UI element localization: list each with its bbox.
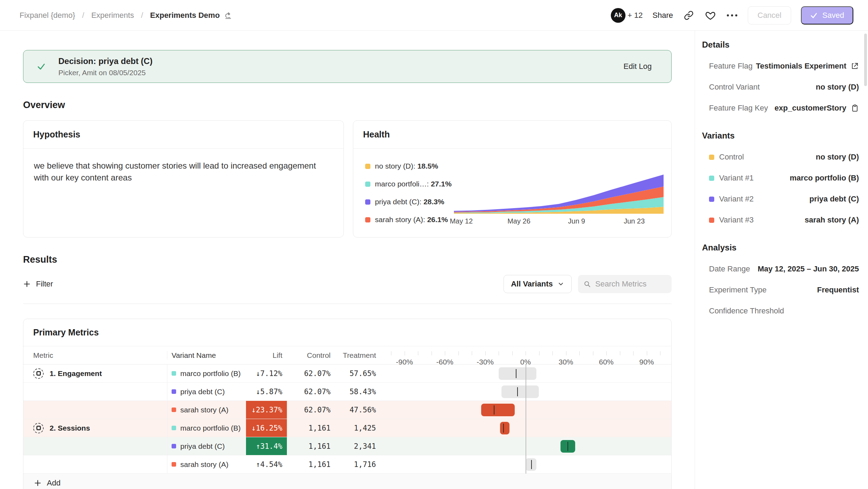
decision-subtitle: Picker, Amit on 08/05/2025 [58,69,152,77]
share-button[interactable]: Share [652,11,673,20]
top-bar: Fixpanel {demo} / Experiments / Experime… [0,0,868,31]
lift-cell: ↓16.25% [246,419,287,437]
variant-row: Variant #1 marco portfolio (B) [702,173,859,183]
search-metrics-input[interactable] [595,279,666,289]
overview-heading: Overview [23,100,672,111]
favorite-heart-icon[interactable] [704,9,716,21]
decision-banner: Decision: priya debt (C) Picker, Amit on… [23,50,672,83]
breadcrumb-current: Experiments Demo [150,11,232,20]
scrollbar-thumb[interactable] [864,34,867,86]
confidence-interval-bar [481,404,515,416]
variant-row: Control no story (D) [702,153,859,162]
lift-marker [567,442,568,451]
main-panel: Decision: priya debt (C) Picker, Amit on… [0,31,695,489]
variant-name: priya debt (C) [180,442,225,451]
x-axis-tick-label: May 12 [450,217,473,225]
ci-axis-tick [579,351,580,355]
hypothesis-card: Hypothesis we believe that showing custo… [23,120,344,238]
treatment-value: 57.65% [332,364,378,382]
variant-cell: marco portfolio (B) [167,419,246,437]
confidence-interval-bar [499,367,536,380]
variant-swatch [709,197,714,202]
control-value: 62.07% [287,383,332,401]
confidence-interval-cell [378,401,671,419]
table-row[interactable]: sarah story (A)↓23.37%62.07%47.56% [23,401,671,419]
saved-button[interactable]: Saved [801,6,853,24]
primary-metrics-card: Primary Metrics Metric Variant Name Lift… [23,319,672,489]
variant-name: sarah story (A) [180,406,229,414]
legend-swatch [365,164,370,169]
table-row[interactable]: 2. Sessionsmarco portfolio (B)↓16.25%1,1… [23,419,671,437]
variants-section: Variants Control no story (D) Variant #1… [702,131,859,225]
ci-axis-tick [512,351,513,355]
cancel-button[interactable]: Cancel [748,6,791,24]
analysis-section: Analysis Date Range May 12, 2025 – Jun 3… [702,243,859,316]
table-row[interactable]: priya debt (C)↑31.4%1,1612,341 [23,437,671,455]
table-row[interactable]: priya debt (C)↓5.87%62.07%58.43% [23,383,671,401]
date-range-row: Date Range May 12, 2025 – Jun 30, 2025 [702,264,859,274]
edit-log-button[interactable]: Edit Log [623,62,652,71]
ci-axis-tick [566,351,566,355]
control-value: 1,161 [287,437,332,455]
lift-cell: ↓7.12% [246,364,287,382]
breadcrumb: Fixpanel {demo} / Experiments / Experime… [20,11,232,20]
add-filter-button[interactable]: Filter [23,279,53,289]
col-treatment: Treatment [332,351,378,360]
breadcrumb-separator: / [82,11,84,20]
search-metrics-box [578,275,672,293]
clipboard-copy-icon[interactable] [851,104,859,112]
results-heading: Results [23,254,672,265]
variant-cell: priya debt (C) [167,437,246,455]
ci-axis-tick [432,351,432,355]
ci-axis-tick [526,351,526,355]
more-options-icon[interactable] [726,9,738,21]
variant-color-dot [172,444,176,448]
chevron-down-icon [557,281,564,288]
variant-color-dot [172,371,176,376]
variant-cell: sarah story (A) [167,455,246,473]
col-variant-name: Variant Name [167,351,246,360]
experiment-type-row: Experiment Type Frequentist [702,285,859,295]
variant-color-dot [172,408,176,412]
breadcrumb-experiments[interactable]: Experiments [91,11,134,20]
metric-cell [23,455,167,473]
ci-axis-tick [485,351,486,355]
collaborators-count[interactable]: + 12 [628,11,643,20]
treatment-value: 47.56% [332,401,378,419]
details-section: Details Feature Flag Testimonials Experi… [702,40,859,113]
breadcrumb-project[interactable]: Fixpanel {demo} [20,11,75,20]
confidence-interval-bar [526,458,536,471]
feature-flag-key-row: Feature Flag Key exp_customerStory [702,104,859,113]
variant-name: marco portfolio (B) [180,369,241,378]
variants-heading: Variants [702,131,859,141]
legend-swatch [365,217,370,222]
confidence-interval-cell [378,419,671,437]
external-link-icon[interactable] [851,62,859,70]
table-row[interactable]: 1. Engagementmarco portfolio (B)↓7.12%62… [23,364,671,383]
legend-swatch [365,199,370,205]
control-value: 1,161 [287,419,332,437]
confidence-interval-cell [378,437,671,455]
metric-name: 1. Engagement [50,369,102,378]
ci-axis-tick [458,351,459,355]
health-chart-x-axis: May 12May 26Jun 9Jun 23 [454,217,664,227]
health-title: Health [353,121,671,149]
variants-dropdown[interactable]: All Variants [504,275,572,293]
variant-cell: priya debt (C) [167,383,246,401]
lift-value: ↓7.12% [256,369,287,378]
table-row[interactable]: sarah story (A)↑4.54%1,1611,716 [23,455,671,474]
ci-axis-tick [606,351,607,355]
search-icon [584,280,591,288]
decision-check-icon [37,62,46,71]
control-value: 1,161 [287,455,332,473]
add-metric-button[interactable]: Add [23,474,671,489]
control-variant-row: Control Variant no story (D) [702,83,859,92]
copy-link-icon[interactable] [683,9,695,21]
microscope-icon [224,11,232,20]
lift-cell: ↓5.87% [246,383,287,401]
lift-marker [517,387,518,396]
decision-title: Decision: priya debt (C) [58,56,152,66]
plus-icon [34,479,42,487]
avatar[interactable]: Ak [611,8,625,23]
lift-value: ↓5.87% [256,388,287,396]
